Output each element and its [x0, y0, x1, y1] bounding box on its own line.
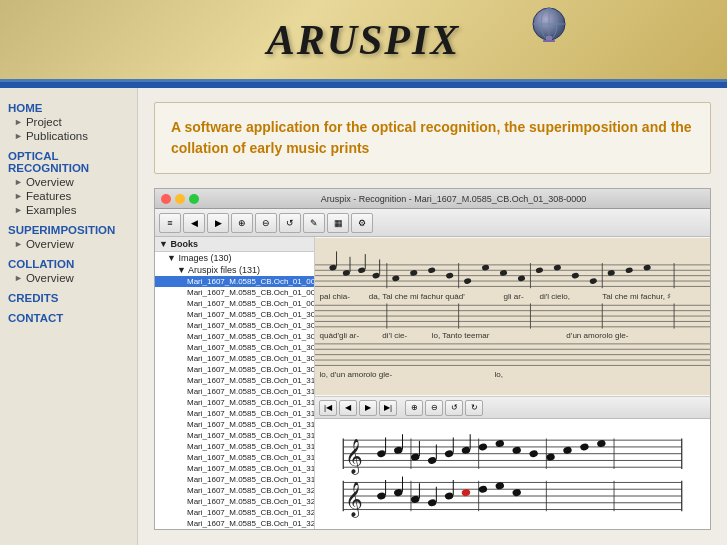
app-body: ▼ Books ▼ Images (130) ▼ Aruspix files (… — [155, 237, 710, 529]
score-bottom-svg: 𝄞 𝄞 — [315, 419, 710, 529]
tree-item[interactable]: Mari_1607_M.0585_CB.Och_01_002.axv — [155, 287, 314, 298]
arrow-icon: ► — [14, 177, 23, 187]
app-window: Aruspix - Recognition - Mari_1607_M.0585… — [155, 189, 710, 529]
sidebar-item-home[interactable]: HOME — [8, 102, 129, 114]
svg-text:lo,: lo, — [495, 370, 504, 379]
score-btn-3[interactable]: ▶ — [359, 400, 377, 416]
svg-text:di'l cielo,: di'l cielo, — [539, 292, 570, 301]
tree-item[interactable]: Mari_1607_M.0585_CB.Och_01_309.axv — [155, 364, 314, 375]
minimize-button[interactable] — [175, 194, 185, 204]
toolbar-btn-5[interactable]: ⊖ — [255, 213, 277, 233]
sidebar-label-features: Features — [26, 190, 71, 202]
close-button[interactable] — [161, 194, 171, 204]
tree-item[interactable]: Mari_1607_M.0585_CB.Och_01_321.axv — [155, 496, 314, 507]
arrow-icon: ► — [14, 117, 23, 127]
sidebar-section-optical[interactable]: OPTICAL RECOGNITION — [8, 150, 129, 174]
header: ARUSPIX — [0, 0, 727, 82]
tree-item[interactable]: Mari_1607_M.0585_CB.Och_01_315.axv — [155, 430, 314, 441]
svg-text:𝄞: 𝄞 — [345, 439, 363, 475]
tree-item[interactable]: Mari_1607_M.0585_CB.Och_01_320.axv — [155, 485, 314, 496]
score-btn-1[interactable]: |◀ — [319, 400, 337, 416]
app-screenshot: Aruspix - Recognition - Mari_1607_M.0585… — [154, 188, 711, 530]
sidebar-item-examples[interactable]: ► Examples — [14, 204, 129, 216]
maximize-button[interactable] — [189, 194, 199, 204]
svg-text:Tal che mi fachur, ♯: Tal che mi fachur, ♯ — [602, 292, 671, 301]
sidebar-item-overview2[interactable]: ► Overview — [14, 238, 129, 250]
score-btn-5[interactable]: ⊕ — [405, 400, 423, 416]
toolbar-btn-6[interactable]: ↺ — [279, 213, 301, 233]
tree-item[interactable]: ▼ Aruspix files (131) — [155, 264, 314, 276]
sidebar-item-publications[interactable]: ► Publications — [14, 130, 129, 142]
file-tree: ▼ Books ▼ Images (130) ▼ Aruspix files (… — [155, 237, 315, 529]
toolbar-btn-2[interactable]: ◀ — [183, 213, 205, 233]
app-titlebar: Aruspix - Recognition - Mari_1607_M.0585… — [155, 189, 710, 209]
tree-root: ▼ Books — [155, 237, 314, 252]
arrow-icon: ► — [14, 131, 23, 141]
sidebar-label-project: Project — [26, 116, 62, 128]
tree-item[interactable]: Mari_1607_M.0585_CB.Och_01_317.axv — [155, 452, 314, 463]
score-btn-6[interactable]: ⊖ — [425, 400, 443, 416]
score-btn-7[interactable]: ↺ — [445, 400, 463, 416]
sidebar-section-superimposition[interactable]: SUPERIMPOSITION — [8, 224, 129, 236]
content-area: A software application for the optical r… — [138, 88, 727, 545]
arrow-icon: ► — [14, 273, 23, 283]
tree-item[interactable]: Mari_1607_M.0585_CB.Och_01_306.axv — [155, 331, 314, 342]
sidebar-label-overview3: Overview — [26, 272, 74, 284]
score-btn-2[interactable]: ◀ — [339, 400, 357, 416]
sidebar-label-overview1: Overview — [26, 176, 74, 188]
app-toolbar: ≡ ◀ ▶ ⊕ ⊖ ↺ ✎ ▦ ⚙ — [155, 209, 710, 237]
score-btn-4[interactable]: ▶| — [379, 400, 397, 416]
toolbar-btn-7[interactable]: ✎ — [303, 213, 325, 233]
tree-item[interactable]: Mari_1607_M.0585_CB.Och_01_308.axv — [155, 353, 314, 364]
tree-item[interactable]: Mari_1607_M.0585_CB.Och_01_003.axv — [155, 298, 314, 309]
sidebar-item-features[interactable]: ► Features — [14, 190, 129, 202]
toolbar-btn-1[interactable]: ≡ — [159, 213, 181, 233]
tree-item[interactable]: Mari_1607_M.0585_CB.Och_01_316.axv — [155, 441, 314, 452]
svg-text:di'l cie-: di'l cie- — [382, 331, 407, 340]
svg-text:lo, Tanto teemar: lo, Tanto teemar — [432, 331, 490, 340]
tree-item[interactable]: Mari_1607_M.0585_CB.Och_01_311.axv — [155, 386, 314, 397]
toolbar-btn-9[interactable]: ⚙ — [351, 213, 373, 233]
toolbar-btn-3[interactable]: ▶ — [207, 213, 229, 233]
window-title: Aruspix - Recognition - Mari_1607_M.0585… — [203, 194, 704, 204]
tree-item[interactable]: ▼ Images (130) — [155, 252, 314, 264]
main-layout: HOME ► Project ► Publications OPTICAL RE… — [0, 88, 727, 545]
tree-item[interactable]: Mari_1607_M.0585_CB.Och_01_312.axv — [155, 397, 314, 408]
sidebar-item-overview1[interactable]: ► Overview — [14, 176, 129, 188]
sidebar-label-publications: Publications — [26, 130, 88, 142]
svg-text:da, Tal che mi fachur quàd': da, Tal che mi fachur quàd' — [369, 292, 465, 301]
score-area: pal chia- da, Tal che mi fachur quàd' gl… — [315, 237, 710, 529]
sidebar-section-collation[interactable]: COLLATION — [8, 258, 129, 270]
svg-text:quàd'gli ar-: quàd'gli ar- — [319, 331, 359, 340]
sidebar-item-contact[interactable]: CONTACT — [8, 312, 129, 324]
tree-item-selected[interactable]: Mari_1607_M.0585_CB.Och_01_001.axv — [155, 276, 314, 287]
tree-item[interactable]: Mari_1607_M.0585_CB.Och_01_304.axv — [155, 309, 314, 320]
toolbar-btn-8[interactable]: ▦ — [327, 213, 349, 233]
tree-item[interactable]: Mari_1607_M.0585_CB.Och_01_305.axv — [155, 320, 314, 331]
sidebar-item-credits[interactable]: CREDITS — [8, 292, 129, 304]
sidebar-item-overview3[interactable]: ► Overview — [14, 272, 129, 284]
tree-item[interactable]: Mari_1607_M.0585_CB.Och_01_319.axv — [155, 474, 314, 485]
score-bottom-toolbar: |◀ ◀ ▶ ▶| ⊕ ⊖ ↺ ↻ — [315, 397, 710, 419]
tree-item[interactable]: Mari_1607_M.0585_CB.Och_01_318.axv — [155, 463, 314, 474]
tree-item[interactable]: Mari_1607_M.0585_CB.Och_01_314.axv — [155, 419, 314, 430]
tree-item[interactable]: Mari_1607_M.0585_CB.Och_01_307.axv — [155, 342, 314, 353]
globe-icon — [531, 6, 567, 42]
score-image-svg: pal chia- da, Tal che mi fachur quàd' gl… — [315, 237, 710, 396]
svg-text:𝄞: 𝄞 — [345, 482, 363, 518]
score-btn-8[interactable]: ↻ — [465, 400, 483, 416]
tree-item[interactable]: Mari_1607_M.0585_CB.Och_01_313.axv — [155, 408, 314, 419]
score-top-panel: pal chia- da, Tal che mi fachur quàd' gl… — [315, 237, 710, 397]
svg-text:gli ar-: gli ar- — [504, 292, 524, 301]
tree-item[interactable]: Mari_1607_M.0585_CB.Och_01_310.axv — [155, 375, 314, 386]
svg-text:lo, d'un amorolo gle-: lo, d'un amorolo gle- — [319, 370, 392, 379]
tree-item[interactable]: Mari_1607_M.0585_CB.Och_01_323.axv — [155, 518, 314, 529]
tree-item[interactable]: Mari_1607_M.0585_CB.Och_01_322.axv — [155, 507, 314, 518]
svg-rect-66 — [326, 419, 698, 529]
arrow-icon: ► — [14, 205, 23, 215]
toolbar-btn-4[interactable]: ⊕ — [231, 213, 253, 233]
tagline-text: A software application for the optical r… — [171, 117, 694, 159]
svg-text:pal chia-: pal chia- — [319, 292, 350, 301]
sidebar-item-project[interactable]: ► Project — [14, 116, 129, 128]
sidebar-label-examples: Examples — [26, 204, 77, 216]
